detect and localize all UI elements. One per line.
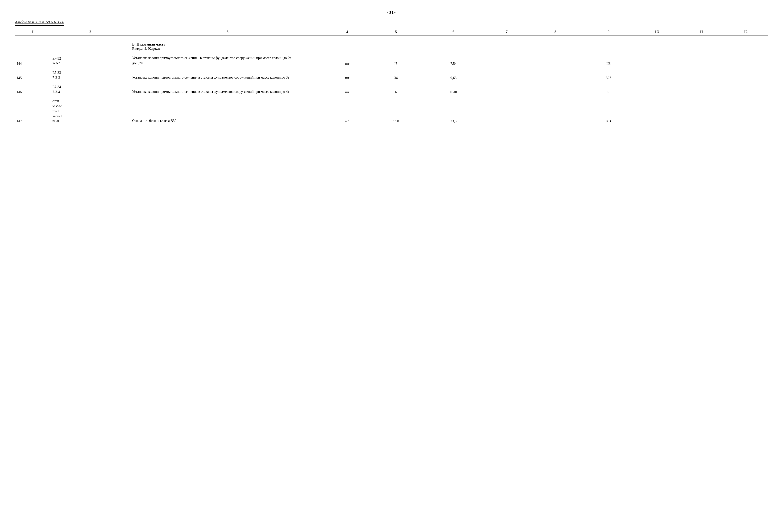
row-num-147: I47 [15, 98, 51, 124]
row-desc-147: Стоимость бетона класса В30 [130, 98, 325, 124]
row-c8-145 [529, 69, 582, 81]
row-qty-146: 6 [369, 84, 422, 95]
row-c8-146 [529, 84, 582, 95]
page-number: -31- [15, 10, 768, 15]
table-row: I47 ССЦ М.О.И. том I часть I пI-3I Стоим… [15, 98, 768, 124]
row-unit-144: шт [325, 54, 369, 67]
row-c7-146 [484, 84, 529, 95]
col-header-5: 5 [369, 28, 422, 36]
row-unit-147: м3 [325, 98, 369, 124]
row-price-145: 9,63 [422, 69, 484, 81]
row-c7-145 [484, 69, 529, 81]
row-c12-144 [724, 54, 768, 67]
row-c10-144 [635, 54, 680, 67]
row-qty-147: 4,90 [369, 98, 422, 124]
row-qty-144: I5 [369, 54, 422, 67]
row-c8-147 [529, 98, 582, 124]
row-c11-145 [680, 69, 724, 81]
row-code-145: E7-33 7-3-3 [51, 69, 130, 81]
row-code-147: ССЦ М.О.И. том I часть I пI-3I [51, 98, 130, 124]
row-price-146: II,40 [422, 84, 484, 95]
spacer-row-3 [15, 67, 768, 69]
row-c12-146 [724, 84, 768, 95]
row-c12-147 [724, 98, 768, 124]
col-header-4: 4 [325, 28, 369, 36]
section-header-row: Б. Надземная часть Раздел 4. Каркас [15, 38, 768, 52]
row-c9-144: II3 [582, 54, 635, 67]
row-code-146: E7-34 7-3-4 [51, 84, 130, 95]
row-num-145: I45 [15, 69, 51, 81]
row-c10-147 [635, 98, 680, 124]
row-c10-145 [635, 69, 680, 81]
row-c8-144 [529, 54, 582, 67]
row-desc-145: Установка колонн прямоугольного се-чения… [130, 69, 325, 81]
album-title: Альбом IХ ч. 1 т.п. 503-3-11.86 [15, 20, 64, 26]
row-unit-145: шт [325, 69, 369, 81]
row-c11-147 [680, 98, 724, 124]
table-header-row: I 2 3 4 5 6 7 8 9 IO II I2 [15, 28, 768, 36]
row-c7-144 [484, 54, 529, 67]
spacer-row-2 [15, 52, 768, 54]
row-c10-146 [635, 84, 680, 95]
row-c12-145 [724, 69, 768, 81]
col-header-1: I [15, 28, 51, 36]
row-c7-147 [484, 98, 529, 124]
col-header-2: 2 [51, 28, 130, 36]
spacer-row [15, 36, 768, 38]
row-num-146: I46 [15, 84, 51, 95]
col-header-12: I2 [724, 28, 768, 36]
col-header-9: 9 [582, 28, 635, 36]
main-table: I 2 3 4 5 6 7 8 9 IO II I2 Б. Надземная … [15, 28, 768, 124]
row-c11-144 [680, 54, 724, 67]
spacer-row-5 [15, 95, 768, 98]
col-header-3: 3 [130, 28, 325, 36]
col-header-6: 6 [422, 28, 484, 36]
row-desc-146: Установка колонн прямоугольного се-чения… [130, 84, 325, 95]
row-c9-146: 68 [582, 84, 635, 95]
section-empty-1 [15, 38, 51, 52]
row-c9-145: 327 [582, 69, 635, 81]
col-header-10: IO [635, 28, 680, 36]
section-title: Б. Надземная часть Раздел 4. Каркас [130, 38, 768, 52]
row-desc-144: Установка колонн прямоугольного се-чения… [130, 54, 325, 67]
row-price-144: 7,54 [422, 54, 484, 67]
row-price-147: 33,3 [422, 98, 484, 124]
table-row: I46 E7-34 7-3-4 Установка колонн прямоуг… [15, 84, 768, 95]
row-qty-145: 34 [369, 69, 422, 81]
section-title-line2: Раздел 4. Каркас [132, 46, 766, 51]
col-header-8: 8 [529, 28, 582, 36]
row-num-144: I44 [15, 54, 51, 67]
spacer-row-4 [15, 81, 768, 84]
row-c9-147: I63 [582, 98, 635, 124]
section-title-line1: Б. Надземная часть [132, 42, 766, 46]
row-unit-146: шт [325, 84, 369, 95]
table-row: I45 E7-33 7-3-3 Установка колонн прямоуг… [15, 69, 768, 81]
col-header-11: II [680, 28, 724, 36]
section-empty-2 [51, 38, 130, 52]
row-c11-146 [680, 84, 724, 95]
row-code-144: E7-32 7-3-2 [51, 54, 130, 67]
col-header-7: 7 [484, 28, 529, 36]
table-row: I44 E7-32 7-3-2 Установка колонн прямоуг… [15, 54, 768, 67]
